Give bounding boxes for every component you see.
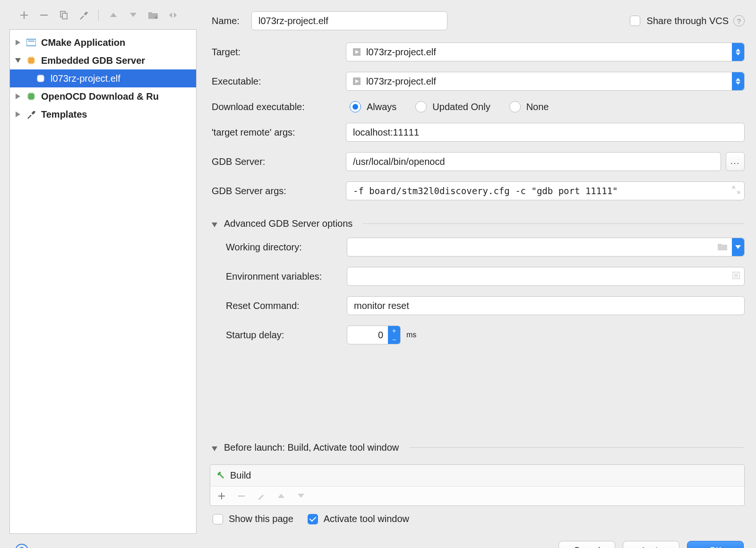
reset-input[interactable] [347,296,745,315]
wd-input[interactable] [347,238,745,257]
gdb-args-input[interactable] [346,181,745,200]
activate-label: Activate tool window [324,514,409,524]
remote-args-input[interactable] [346,123,745,142]
tree-label: l073rz-project.elf [51,73,120,84]
env-input[interactable] [347,267,745,286]
chip-icon [26,55,36,66]
dialog-buttons: ? Cancel Apply OK [0,534,756,548]
spinner-buttons-icon: +− [388,326,400,344]
ok-button[interactable]: OK [687,541,744,548]
add-icon[interactable] [217,491,226,501]
advanced-label: Advanced GDB Server options [224,218,352,229]
gdb-args-label: GDB Server args: [210,186,346,197]
svg-rect-5 [28,41,34,42]
delay-label: Startup delay: [224,330,347,341]
expand-icon[interactable] [168,10,178,20]
help-icon[interactable]: ? [733,15,745,26]
wrench-icon [26,109,36,120]
target-value: l073rz-project.elf [366,47,732,58]
svg-rect-7 [38,76,43,81]
executable-combo[interactable]: l073rz-project.elf [346,72,745,91]
tree-item-cmake[interactable]: CMake Application [10,34,196,51]
gdb-server-label: GDB Server: [210,156,346,167]
remove-icon[interactable] [237,491,246,501]
name-input[interactable] [251,11,447,30]
download-label: Download executable: [210,102,346,112]
radio-label: None [526,102,549,112]
apply-button[interactable]: Apply [623,541,679,548]
advanced-header[interactable]: Advanced GDB Server options [210,218,745,229]
up-icon[interactable] [276,491,286,501]
activate-tool-check[interactable]: Activate tool window [308,514,409,524]
show-page-check[interactable]: Show this page [213,514,293,524]
up-icon[interactable] [108,10,119,20]
radio-none[interactable]: None [509,101,549,112]
sidebar-toolbar [9,9,197,29]
dropdown-arrows-icon [732,43,744,61]
tree-item-embedded[interactable]: Embedded GDB Server [10,51,196,69]
radio-icon [350,101,361,112]
help-button[interactable]: ? [15,544,28,548]
remove-icon[interactable] [39,10,49,20]
sidebar: CMake Application Embedded GDB Server l0… [9,0,197,534]
down-icon[interactable] [128,10,138,20]
show-page-label: Show this page [229,514,293,524]
wrench-icon[interactable] [78,10,89,20]
svg-rect-4 [26,39,36,46]
browse-button[interactable]: ... [726,152,745,171]
before-item-label: Build [230,470,251,481]
radio-updated[interactable]: Updated Only [415,101,490,112]
folder-icon[interactable] [148,10,158,20]
executable-value: l073rz-project.elf [366,76,732,87]
delay-unit: ms [406,331,416,339]
caret-down-icon [212,221,218,227]
tree-item-selected[interactable]: l073rz-project.elf [10,69,196,87]
run-icon [352,77,361,86]
folder-icon [718,242,727,253]
checkbox-icon [630,16,640,26]
env-label: Environment variables: [224,271,347,282]
edit-icon[interactable] [257,491,266,501]
before-label: Before launch: Build, Activate tool wind… [224,442,399,453]
tree-label: OpenOCD Download & Ru [41,91,159,102]
delay-value: 0 [347,330,388,341]
svg-rect-6 [28,58,34,63]
tree-item-templates[interactable]: Templates [10,105,196,123]
tree-label: Templates [41,109,87,120]
add-icon[interactable] [19,10,29,20]
tree-item-openocd[interactable]: OpenOCD Download & Ru [10,87,196,105]
before-launch-item[interactable]: Build [210,465,744,487]
caret-down-icon [212,445,218,451]
down-icon[interactable] [296,491,306,501]
cancel-button[interactable]: Cancel [558,541,615,548]
name-label: Name: [210,16,251,26]
separator [98,9,99,21]
chip-green-icon [26,91,36,102]
list-icon[interactable] [732,272,740,281]
config-panel: Name: Share through VCS ? Target: l073rz… [197,0,756,534]
svg-rect-8 [28,94,34,99]
delay-spinner[interactable]: 0 +− [347,325,401,344]
dropdown-arrows-icon [732,72,744,90]
radio-label: Updated Only [432,102,490,112]
wd-label: Working directory: [224,242,347,253]
caret-down-icon [15,57,21,64]
checkbox-icon [308,514,318,524]
reset-label: Reset Command: [224,300,347,311]
divider [363,223,745,224]
copy-icon[interactable] [59,10,69,20]
target-combo[interactable]: l073rz-project.elf [346,43,745,61]
checkbox-icon [213,514,223,524]
target-label: Target: [210,47,346,58]
caret-right-icon [15,93,21,100]
share-vcs-check[interactable]: Share through VCS [630,16,729,26]
tree-label: CMake Application [41,37,125,48]
cmake-icon [26,37,36,48]
radio-always[interactable]: Always [350,101,396,112]
expand-icon[interactable] [732,186,740,196]
before-header[interactable]: Before launch: Build, Activate tool wind… [210,442,745,453]
gdb-server-input[interactable] [346,152,721,171]
caret-right-icon [15,111,21,118]
remote-args-label: 'target remote' args: [210,127,346,138]
before-toolbar [210,487,744,505]
